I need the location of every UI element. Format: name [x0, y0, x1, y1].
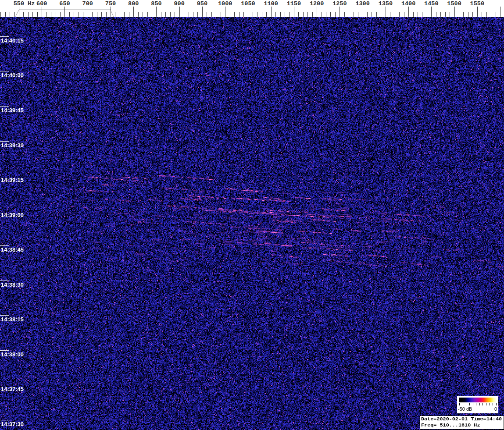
- time-label: 14:39:15: [1, 177, 24, 183]
- freq-label: 850: [151, 0, 161, 7]
- freq-tick: [275, 12, 276, 17]
- freq-tick: [32, 12, 33, 17]
- freq-tick: [147, 12, 148, 17]
- colorbar-min-label: -50 dB: [458, 406, 472, 412]
- freq-tick: [234, 12, 235, 17]
- colorbar-tick: [459, 403, 460, 405]
- freq-tick: [381, 12, 381, 17]
- time-label: 14:39:45: [1, 107, 24, 114]
- time-label: 14:39:30: [1, 142, 24, 149]
- time-tick: [0, 350, 9, 351]
- freq-tick: [482, 12, 482, 17]
- freq-tick: [404, 12, 404, 17]
- freq-tick: [289, 12, 290, 17]
- freq-tick: [312, 12, 313, 17]
- freq-tick: [440, 12, 441, 17]
- colorbar-tick: [466, 403, 466, 405]
- freq-tick: [303, 12, 304, 17]
- freq-label: 700: [82, 0, 93, 7]
- freq-tick: [211, 12, 212, 17]
- time-label: 14:37:45: [1, 386, 24, 392]
- freq-label: 1000: [218, 0, 232, 7]
- freq-tick: [221, 12, 221, 17]
- freq-tick: [358, 12, 358, 17]
- time-label: 14:40:00: [1, 72, 24, 78]
- frequency-ruler[interactable]: 550 Hz6006507007508008509009501000105011…: [0, 0, 504, 17]
- time-label: 14:38:45: [1, 246, 24, 253]
- freq-tick: [454, 7, 455, 17]
- time-label: 14:38:00: [1, 351, 24, 358]
- freq-tick: [436, 12, 436, 17]
- time-label: 14:38:30: [1, 281, 24, 288]
- colorbar-tick: [473, 403, 473, 405]
- freq-tick: [88, 7, 88, 17]
- freq-tick: [0, 12, 1, 17]
- freq-tick: [298, 12, 299, 17]
- freq-tick: [46, 12, 47, 17]
- freq-tick: [340, 7, 340, 17]
- freq-label: 1050: [241, 0, 255, 7]
- info-date-time: Date=2020-02-01 Time=14:40: [421, 416, 503, 423]
- freq-label: 1150: [287, 0, 301, 7]
- freq-tick: [413, 12, 414, 17]
- freq-tick: [152, 12, 152, 17]
- time-tick: [0, 141, 9, 142]
- freq-tick: [390, 12, 390, 17]
- time-tick: [0, 71, 9, 71]
- freq-tick: [115, 12, 115, 17]
- freq-tick: [376, 12, 377, 17]
- freq-tick: [395, 12, 395, 17]
- freq-tick: [156, 7, 157, 17]
- freq-tick: [422, 12, 422, 17]
- freq-label: 1300: [355, 0, 369, 7]
- time-label: 14:39:00: [1, 212, 24, 218]
- info-box: Date=2020-02-01 Time=14:40 Freq= 510...1…: [420, 416, 504, 430]
- freq-tick: [216, 12, 216, 17]
- freq-tick: [5, 12, 6, 17]
- freq-label: 550 Hz: [14, 0, 35, 7]
- freq-label: 1500: [447, 0, 461, 7]
- time-tick: [0, 385, 9, 385]
- freq-tick: [92, 12, 93, 17]
- freq-tick: [138, 12, 139, 17]
- freq-tick: [10, 12, 10, 17]
- freq-tick: [143, 12, 143, 17]
- amplitude-colorbar: -50 dB 0: [457, 396, 498, 413]
- freq-tick: [83, 12, 83, 17]
- freq-tick: [363, 7, 363, 17]
- freq-tick: [294, 7, 294, 17]
- freq-tick: [500, 7, 500, 17]
- freq-tick: [335, 12, 336, 17]
- freq-tick: [202, 7, 203, 17]
- freq-tick: [307, 12, 308, 17]
- freq-label: 1250: [332, 0, 347, 7]
- freq-tick: [124, 12, 125, 17]
- freq-label: 900: [174, 0, 185, 7]
- freq-tick: [243, 12, 244, 17]
- freq-tick: [69, 12, 70, 17]
- freq-label: 1550: [470, 0, 484, 7]
- freq-tick: [14, 12, 15, 17]
- freq-tick: [79, 12, 79, 17]
- colorbar-tick: [463, 403, 463, 405]
- freq-tick: [37, 12, 38, 17]
- freq-tick: [179, 7, 180, 17]
- waterfall-display[interactable]: [0, 17, 504, 430]
- freq-tick: [111, 7, 111, 17]
- freq-tick: [468, 12, 468, 17]
- freq-tick: [175, 12, 175, 17]
- freq-tick: [56, 12, 56, 17]
- freq-tick: [349, 12, 349, 17]
- freq-tick: [386, 7, 386, 17]
- freq-tick: [60, 12, 61, 17]
- colorbar-tick: [476, 403, 476, 405]
- freq-tick: [28, 12, 29, 17]
- freq-tick: [445, 12, 446, 17]
- freq-tick: [248, 7, 248, 17]
- time-tick: [0, 281, 9, 281]
- freq-label: 650: [59, 0, 70, 7]
- freq-tick: [225, 7, 225, 17]
- freq-tick: [120, 12, 120, 17]
- info-freq-range: Freq= 510...1610 Hz: [421, 423, 503, 429]
- freq-label: 950: [197, 0, 207, 7]
